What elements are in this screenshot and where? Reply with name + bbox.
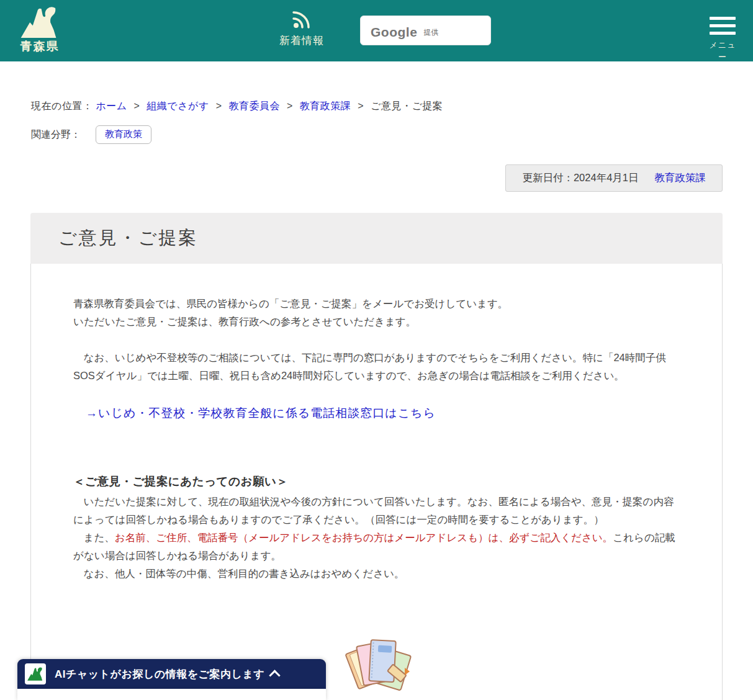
main-content: 青森県教育委員会では、県民の皆様からの「ご意見・ご提案」をメールでお受けしていま… [30, 264, 723, 700]
required-info-paragraph: また、お名前、ご住所、電話番号（メールアドレスをお持ちの方はメールアドレスも）は… [73, 529, 681, 565]
rss-icon [275, 10, 328, 30]
ai-chat-banner-label: AIチャットがお探しの情報をご案内します [55, 667, 264, 681]
reply-policy-paragraph: いただいた提案に対して、現在の取組状況や今後の方針について回答いたします。なお、… [73, 493, 681, 529]
google-provided-label: 提供 [423, 27, 438, 38]
menu-button[interactable]: メニュー [708, 17, 737, 63]
google-branding: Google [371, 25, 417, 40]
update-date: 更新日付：2024年4月1日 [522, 171, 638, 185]
breadcrumb: 現在の位置： ホーム > 組織でさがす > 教育委員会 > 教育政策課 > ご意… [31, 100, 443, 113]
logo-text: 青森県 [15, 38, 65, 55]
breadcrumb-separator: > [134, 101, 140, 111]
hamburger-icon [710, 17, 736, 35]
related-field-label: 関連分野： [31, 128, 81, 141]
news-button[interactable]: 新着情報 [275, 10, 328, 48]
aomori-green-logo-icon [25, 663, 46, 684]
prefecture-logo[interactable]: 青森県 [15, 5, 65, 55]
related-field-badge[interactable]: 教育政策 [96, 125, 151, 144]
phone-consultation-link[interactable]: →いじめ・不登校・学校教育全般に係る電話相談窓口はこちら [86, 405, 436, 421]
breadcrumb-organizations[interactable]: 組織でさがす [147, 101, 209, 111]
breadcrumb-separator: > [358, 101, 364, 111]
consultation-paragraph: なお、いじめや不登校等のご相談については、下記に専門の窓口がありますのでそちらを… [73, 349, 681, 385]
breadcrumb-separator: > [216, 101, 222, 111]
prohibited-paragraph: なお、他人・団体等の中傷、営利目的の書き込みはおやめください。 [73, 565, 681, 583]
update-date-box: 更新日付：2024年4月1日 教育政策課 [505, 164, 723, 192]
ai-chat-banner[interactable]: AIチャットがお探しの情報をご案内します [17, 659, 326, 689]
aomori-mountain-icon [15, 5, 65, 40]
related-field-row: 関連分野： 教育政策 [31, 125, 151, 144]
breadcrumb-home[interactable]: ホーム [96, 101, 127, 111]
search-input[interactable]: Google 提供 [360, 16, 491, 45]
site-header: 青森県 新着情報 Google 提供 メニュー [0, 0, 753, 61]
breadcrumb-current-page: ご意見・ご提案 [371, 101, 443, 111]
breadcrumb-separator: > [287, 101, 293, 111]
intro-paragraph: 青森県教育委員会では、県民の皆様からの「ご意見・ご提案」をメールでお受けしていま… [73, 295, 681, 331]
page-title-bar: ご意見・ご提案 [30, 213, 723, 264]
menu-label: メニュー [710, 40, 736, 61]
required-info-pre: また、 [73, 532, 115, 543]
department-link[interactable]: 教育政策課 [655, 171, 706, 185]
breadcrumb-prefix: 現在の位置： [31, 101, 92, 111]
page-title: ご意見・ご提案 [58, 226, 198, 251]
breadcrumb-education-policy-division[interactable]: 教育政策課 [300, 101, 351, 111]
request-section-heading: ＜ご意見・ご提案にあたってのお願い＞ [73, 473, 681, 489]
required-info-red-text: お名前、ご住所、電話番号（メールアドレスをお持ちの方はメールアドレスも）は、必ず… [115, 532, 613, 543]
ai-chat-panel [17, 689, 326, 700]
intro-line-2: いただいたご意見・ご提案は、教育行政への参考とさせていただきます。 [73, 316, 416, 327]
chevron-up-icon [271, 671, 279, 680]
news-label: 新着情報 [279, 35, 324, 47]
breadcrumb-board-of-education[interactable]: 教育委員会 [229, 101, 281, 111]
notebooks-clipart-icon [345, 637, 412, 699]
intro-line-1: 青森県教育委員会では、県民の皆様からの「ご意見・ご提案」をメールでお受けしていま… [73, 298, 508, 309]
